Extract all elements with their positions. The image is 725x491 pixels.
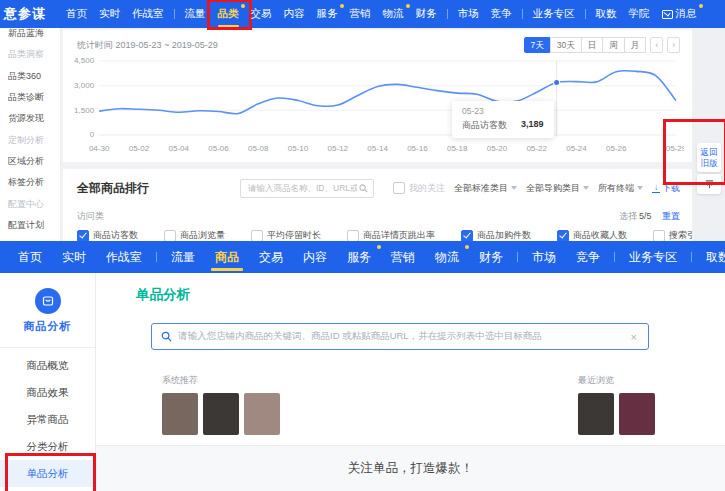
nav-item-war-room[interactable]: 作战室	[96, 241, 152, 273]
svg-text:05-10: 05-10	[288, 144, 309, 153]
range-button-30d[interactable]: 30天	[550, 37, 582, 53]
nav-item-home[interactable]: 首页	[8, 241, 52, 273]
sidebar-item-region-analysis[interactable]: 区域分析	[0, 151, 60, 172]
nav-item-logistics[interactable]: 物流	[425, 241, 469, 273]
reset-button[interactable]: 重置	[662, 211, 680, 221]
sidebar-item-category-analysis[interactable]: 分类分析	[0, 433, 95, 460]
range-button-day[interactable]: 日	[581, 37, 604, 53]
nav-item-competition[interactable]: 竞争	[485, 0, 518, 28]
back-label-line2: 旧版	[697, 158, 721, 169]
chart-card-header: 统计时间 2019-05-23 ~ 2019-05-29 7天30天日周月‹›	[63, 30, 692, 53]
nav-item-war-room[interactable]: 作战室	[126, 0, 170, 28]
range-button-next[interactable]: ›	[667, 37, 680, 53]
nav-item-academy[interactable]: 学院	[623, 0, 656, 28]
clear-search-icon[interactable]: ×	[629, 331, 639, 343]
nav-divider	[691, 252, 692, 262]
nav-item-marketing[interactable]: 营销	[344, 0, 377, 28]
nav-divider	[585, 9, 586, 19]
system-recommendation-group: 系统推荐	[162, 374, 280, 435]
range-button-7d[interactable]: 7天	[524, 37, 551, 53]
back-to-old-version-button[interactable]: 返回 旧版	[697, 143, 721, 172]
nav-item-logistics[interactable]: 物流	[377, 0, 410, 28]
sidebar-item-config-plan[interactable]: 配置计划	[0, 215, 60, 236]
nav-item-trade[interactable]: 交易	[249, 241, 293, 273]
nav-item-finance[interactable]: 财务	[410, 0, 443, 28]
metric-checkbox-page-views[interactable]: 商品浏览量	[164, 229, 225, 241]
sidebar-item-single-product-analysis[interactable]: 单品分析	[0, 460, 95, 487]
nav-item-market[interactable]: 市场	[452, 0, 485, 28]
nav-item-data-fetch[interactable]: 取数	[696, 241, 725, 273]
metric-checkbox-avg-stay-time[interactable]: 平均停留时长	[251, 229, 321, 241]
sidebar-item-config-center: 配置中心	[0, 193, 60, 214]
nav-item-content[interactable]: 内容	[278, 0, 311, 28]
product-thumbnail[interactable]	[578, 393, 614, 435]
svg-text:05-02: 05-02	[129, 144, 150, 153]
product-thumbnail[interactable]	[203, 393, 239, 435]
metric-checkbox-visitor-count[interactable]: 商品访客数	[77, 229, 138, 241]
nav-item-label: 财务	[479, 249, 503, 266]
nav-item-finance[interactable]: 财务	[469, 241, 513, 273]
metric-checkbox-cart-add-items[interactable]: 商品加购件数	[461, 229, 531, 241]
sidebar-item-category-diagnosis[interactable]: 品类诊断	[0, 87, 60, 108]
nav-item-message[interactable]: 消息	[656, 0, 703, 28]
bottom-body: 商品分析 商品概览商品效果异常商品分类分析单品分析 单品分析 请输入您店铺内商品…	[0, 273, 725, 491]
sidebar-item-product-effect[interactable]: 商品效果	[0, 379, 95, 406]
nav-item-competition[interactable]: 竞争	[566, 241, 610, 273]
nav-item-product[interactable]: 商品	[205, 241, 249, 273]
checkbox-icon	[461, 230, 473, 242]
my-focus-checkbox[interactable]: 我的关注	[393, 182, 445, 195]
nav-item-marketing[interactable]: 营销	[381, 241, 425, 273]
ranking-search-box[interactable]	[240, 179, 374, 198]
range-button-prev[interactable]: ‹	[650, 37, 663, 53]
nav-item-trade[interactable]: 交易	[245, 0, 278, 28]
sidebar-item-tag-analysis[interactable]: 标签分析	[0, 172, 60, 193]
nav-item-data-fetch[interactable]: 取数	[590, 0, 623, 28]
download-button[interactable]: ↓下载	[652, 182, 680, 195]
product-thumbnail[interactable]	[619, 393, 655, 435]
single-product-main: 单品分析 请输入您店铺内商品的关键词、商品ID 或粘贴商品URL，并在提示列表中…	[96, 273, 725, 491]
nav-item-service[interactable]: 服务	[337, 241, 381, 273]
filter-dropdown-label: 全部导购类目	[526, 182, 580, 195]
svg-text:05-26: 05-26	[606, 144, 627, 153]
chevron-down-icon	[511, 186, 517, 190]
nav-item-traffic[interactable]: 流量	[161, 241, 205, 273]
product-thumbnail[interactable]	[162, 393, 198, 435]
nav-item-market[interactable]: 市场	[522, 241, 566, 273]
nav-item-content[interactable]: 内容	[293, 241, 337, 273]
filter-dropdown-guide-category[interactable]: 全部导购类目	[526, 182, 589, 195]
sidebar-item-supply-discovery[interactable]: 货源发现	[0, 108, 60, 129]
sidebar-item-category-360[interactable]: 品类360	[0, 66, 60, 87]
svg-text:05-04: 05-04	[168, 144, 189, 153]
app-logo: 意参谋	[4, 5, 46, 23]
nav-item-business-zone[interactable]: 业务专区	[527, 0, 581, 28]
search-icon	[161, 331, 172, 342]
nav-item-service[interactable]: 服务	[311, 0, 344, 28]
ranking-search-input[interactable]	[246, 182, 359, 194]
filter-dropdown-standard-category[interactable]: 全部标准类目	[454, 182, 517, 195]
trend-line-chart[interactable]: 01,5003,0004,50004-3005-0205-0405-0605-0…	[69, 55, 684, 159]
sidebar-item-new-blue-ocean[interactable]: 新品蓝海	[0, 28, 60, 44]
recent-view-thumbnails	[578, 393, 655, 435]
metric-label: 商品详情页跳出率	[363, 229, 435, 241]
range-button-week[interactable]: 周	[602, 37, 625, 53]
metric-checkbox-search-guided-visitors[interactable]: 搜索引导访客数	[653, 229, 692, 241]
back-to-top-icon	[704, 179, 715, 190]
range-button-month[interactable]: 月	[624, 37, 647, 53]
nav-item-category[interactable]: 品类	[212, 0, 245, 28]
nav-item-realtime[interactable]: 实时	[52, 241, 96, 273]
single-product-analysis-panel: 首页实时作战室流量商品交易内容服务营销物流财务市场竞争业务专区取数学院 商品分析…	[0, 241, 725, 491]
category-dashboard-panel: 意参谋 首页实时作战室流量品类交易内容服务营销物流财务市场竞争业务专区取数学院消…	[0, 0, 725, 241]
nav-item-home[interactable]: 首页	[60, 0, 93, 28]
metric-checkbox-detail-bounce-rate[interactable]: 商品详情页跳出率	[347, 229, 435, 241]
sidebar-item-product-overview[interactable]: 商品概览	[0, 352, 95, 379]
sidebar-item-abnormal-product[interactable]: 异常商品	[0, 406, 95, 433]
nav-item-realtime[interactable]: 实时	[93, 0, 126, 28]
nav-item-business-zone[interactable]: 业务专区	[619, 241, 687, 273]
metric-checkbox-favorite-users[interactable]: 商品收藏人数	[557, 229, 627, 241]
back-to-top-button[interactable]	[697, 174, 721, 194]
filter-dropdown-label: 所有终端	[598, 182, 634, 195]
filter-dropdown-terminal[interactable]: 所有终端	[598, 182, 643, 195]
product-thumbnail[interactable]	[244, 393, 280, 435]
product-search-box[interactable]: 请输入您店铺内商品的关键词、商品ID 或粘贴商品URL，并在提示列表中选中目标商…	[151, 323, 649, 350]
nav-item-traffic[interactable]: 流量	[179, 0, 212, 28]
